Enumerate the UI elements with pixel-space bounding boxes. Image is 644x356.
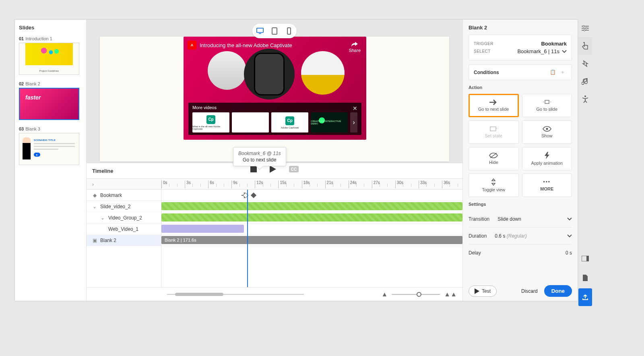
video-suggestion[interactable]: Cp What is the all-new Adobe Captivate: [192, 112, 229, 132]
track-slide-video[interactable]: ⌄Slide_video_2: [87, 201, 161, 212]
video-suggestion[interactable]: CREATE AN INTERACTIVE DEMO: [311, 112, 348, 132]
action-hide[interactable]: Hide: [469, 147, 519, 170]
trigger-value: Bookmark: [541, 41, 567, 47]
action-show[interactable]: Show: [522, 120, 572, 144]
interactions-icon[interactable]: [578, 37, 592, 55]
svg-rect-2: [272, 28, 277, 34]
delay-input[interactable]: 0 s: [489, 250, 572, 256]
video-suggestion[interactable]: Cp Adobe Captivate: [271, 112, 308, 132]
play-icon[interactable]: [270, 166, 276, 173]
svg-rect-4: [250, 166, 257, 172]
more-videos-bar: More videos ✕ Cp What is the all-new Ado…: [188, 103, 361, 135]
slide-entry-2[interactable]: 02Blank 2 faster: [19, 81, 82, 120]
svg-rect-8: [490, 127, 496, 131]
lane-web-video[interactable]: [161, 224, 462, 235]
tablet-icon[interactable]: [271, 27, 278, 35]
share-export-icon[interactable]: [578, 288, 592, 306]
conditions-label: Conditions: [474, 70, 499, 75]
action-grid: Go to next slide Go to slide Set state S…: [469, 94, 572, 197]
zoom-knob[interactable]: [417, 292, 421, 297]
done-button[interactable]: Done: [544, 285, 572, 297]
slide-icon: ▣: [92, 238, 97, 243]
svg-rect-1: [259, 33, 261, 34]
duration-select[interactable]: 0.6 s (Regular): [495, 233, 572, 239]
track-web-video[interactable]: Web_Video_1: [87, 224, 161, 235]
timeline-panel: Timeline CC Bookmark_6 @ 11s Go to next …: [87, 163, 462, 301]
phone-icon[interactable]: [285, 27, 293, 35]
state-icon: [489, 126, 497, 132]
timeline-scrollbar[interactable]: [167, 293, 304, 296]
playhead[interactable]: [247, 190, 248, 287]
trigger-card: TRIGGER Bookmark SELECT Bookmark_6 | 11s: [469, 35, 572, 60]
collapse-tracks-icon[interactable]: ›: [87, 179, 161, 190]
delay-label: Delay: [469, 250, 481, 256]
slide-canvas[interactable]: A Introducing the all-new Adobe Captivat…: [100, 37, 449, 161]
slides-panel: Slides 01Introduction 1 Project Guidelin…: [15, 20, 87, 301]
svg-rect-16: [586, 256, 589, 261]
test-button[interactable]: Test: [469, 286, 497, 297]
transition-select[interactable]: Slide down: [497, 216, 572, 222]
action-set-state[interactable]: Set state: [469, 120, 519, 144]
svg-point-13: [584, 29, 585, 31]
close-icon[interactable]: ✕: [353, 105, 357, 112]
arrow-right-icon: [489, 99, 497, 105]
lane-slide-video[interactable]: [161, 201, 462, 212]
slide-thumbnail: SCENARIO TITLE ▶: [19, 133, 79, 165]
svg-point-9: [546, 128, 548, 130]
slide-label: 01Introduction 1: [19, 36, 82, 41]
right-tool-rail: [578, 19, 592, 108]
action-more[interactable]: ••• MORE: [522, 174, 572, 197]
lane-video-group[interactable]: [161, 212, 462, 224]
panel-layout-icon[interactable]: [578, 250, 592, 267]
action-go-to-next-slide[interactable]: Go to next slide: [469, 94, 519, 117]
document-icon[interactable]: [578, 269, 592, 287]
lane-blank[interactable]: Blank 2 | 171.6s: [161, 235, 462, 246]
paste-icon[interactable]: 📋: [548, 68, 557, 76]
settings-block: Transition Slide down Duration 0.6 s (Re…: [469, 211, 572, 261]
bookmark-marker-icon[interactable]: [251, 192, 256, 198]
audio-icon[interactable]: [578, 72, 592, 90]
slide-nav-icon: [543, 99, 551, 105]
action-go-to-slide[interactable]: Go to slide: [522, 94, 572, 117]
embedded-video[interactable]: A Introducing the all-new Adobe Captivat…: [184, 37, 366, 140]
select-label: SELECT: [474, 49, 491, 54]
play-icon: [475, 288, 479, 294]
slide-entry-3[interactable]: 03Blank 3 SCENARIO TITLE ▶: [19, 126, 82, 165]
slide-label: 02Blank 2: [19, 81, 82, 86]
chevron-down-icon: ⌄: [92, 204, 97, 209]
diamond-icon: ◆: [92, 192, 97, 198]
next-suggestions-icon[interactable]: ›: [350, 112, 357, 132]
eye-icon: [543, 126, 551, 132]
action-toggle-view[interactable]: Toggle view: [469, 174, 519, 197]
adobe-badge-icon: A: [188, 41, 196, 50]
chevron-down-icon: [567, 234, 572, 238]
chevron-down-icon: ⌄: [100, 215, 105, 221]
slide-thumbnail: Project Guidelines: [19, 43, 79, 75]
zoom-in-icon[interactable]: ▲▲: [444, 291, 457, 298]
select-dropdown[interactable]: Bookmark_6 | 11s: [517, 48, 567, 54]
track-blank-slide[interactable]: ▣Blank 2: [87, 235, 161, 246]
accessibility-icon[interactable]: [578, 90, 592, 108]
track-bookmark[interactable]: ◆Bookmark: [87, 190, 161, 201]
video-suggestion[interactable]: [232, 112, 269, 132]
action-apply-animation[interactable]: Apply animation: [522, 147, 572, 170]
settings-sliders-icon[interactable]: [578, 19, 592, 37]
track-video-group[interactable]: ⌄Video_Group_2: [87, 212, 161, 224]
add-icon[interactable]: ＋: [559, 68, 567, 76]
stop-icon[interactable]: [250, 166, 257, 172]
discard-button[interactable]: Discard: [521, 288, 538, 294]
device-preview-switch: [252, 24, 297, 38]
slide-entry-1[interactable]: 01Introduction 1 Project Guidelines: [19, 36, 82, 75]
action-heading: Action: [469, 85, 572, 90]
lane-bookmark[interactable]: [161, 190, 462, 201]
timeline-zoom[interactable]: ▲ ▲▲: [381, 291, 457, 298]
animation-flash-icon[interactable]: [578, 55, 592, 72]
zoom-out-icon[interactable]: ▲: [381, 291, 388, 298]
settings-heading: Settings: [469, 202, 572, 207]
svg-text:CC: CC: [291, 167, 297, 172]
editor-center: A Introducing the all-new Adobe Captivat…: [87, 20, 462, 301]
desktop-icon[interactable]: [256, 27, 264, 35]
slide-label: 03Blank 3: [19, 126, 82, 131]
captions-icon[interactable]: CC: [289, 166, 299, 172]
time-ruler[interactable]: 0s3s6s9s12s15s18s21s24s27s30s33s36s: [161, 179, 462, 189]
